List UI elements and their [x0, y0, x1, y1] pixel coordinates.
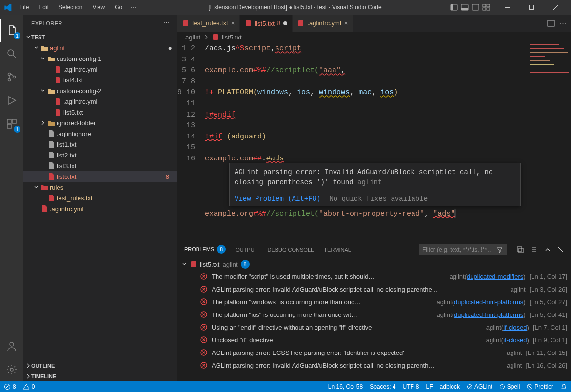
- problem-item[interactable]: Unclosed "if" directiveaglint(if-closed)…: [181, 333, 567, 346]
- extensions-activity[interactable]: 1: [0, 112, 23, 136]
- svg-point-12: [8, 73, 11, 76]
- file-icon: [47, 140, 56, 148]
- problem-item[interactable]: The modifier "script" is used multiple t…: [181, 270, 567, 283]
- layout-grid-icon[interactable]: [482, 3, 490, 11]
- editor-tab[interactable]: list5.txt8: [240, 15, 293, 32]
- tree-row[interactable]: .aglintrc.yml: [23, 64, 177, 75]
- close-button[interactable]: [545, 0, 567, 15]
- status-eol[interactable]: LF: [426, 383, 433, 390]
- minimap[interactable]: [527, 42, 571, 241]
- svg-point-14: [13, 76, 16, 78]
- problem-item[interactable]: AGLint parsing error: Invalid AdGuard/uB…: [181, 359, 567, 372]
- svg-point-18: [10, 342, 14, 346]
- view-as-tree-icon[interactable]: [530, 246, 538, 254]
- timeline-section[interactable]: TIMELINE: [23, 371, 177, 381]
- text-editor[interactable]: 1 2 3 4 5 6 7 8 9 10 11 12 13 14 15 16 /…: [177, 42, 571, 241]
- problems-filter[interactable]: Filter (e.g. text, **/*.ts, !**…: [419, 244, 507, 255]
- split-editor-icon[interactable]: [547, 20, 555, 27]
- problem-item[interactable]: Using an "endif" directive without an op…: [181, 321, 567, 333]
- sidebar-more-icon[interactable]: ⋯: [164, 20, 170, 26]
- tree-row[interactable]: .aglintrc.yml: [23, 203, 177, 214]
- problem-item[interactable]: The platform "ios" is occurring more tha…: [181, 308, 567, 321]
- minimize-button[interactable]: [496, 0, 518, 15]
- tree-row[interactable]: list2.txt: [23, 150, 177, 160]
- scm-activity[interactable]: [0, 65, 23, 89]
- tree-row[interactable]: aglint●: [23, 42, 177, 53]
- menu-go[interactable]: Go: [111, 2, 126, 13]
- problem-item[interactable]: AGLint parsing error: ECSSTree parsing e…: [181, 346, 567, 359]
- close-panel-icon[interactable]: [557, 246, 564, 253]
- tree-row[interactable]: list4.txt: [23, 75, 177, 85]
- tree-label: list4.txt: [63, 77, 177, 84]
- tree-row[interactable]: custom-config-1: [23, 53, 177, 64]
- editor-tabs: test_rules.txt×list5.txt8.aglintrc.yml×⋯: [177, 15, 571, 32]
- maximize-button[interactable]: [520, 0, 543, 15]
- svg-rect-15: [7, 119, 11, 123]
- debug-activity[interactable]: [0, 89, 23, 112]
- tree-row[interactable]: test_rules.txt: [23, 193, 177, 203]
- svg-point-13: [8, 79, 11, 81]
- tree-row[interactable]: list1.txt: [23, 139, 177, 150]
- status-spaces[interactable]: Spaces: 4: [370, 383, 395, 390]
- explorer-activity[interactable]: 1: [0, 19, 23, 42]
- status-errors[interactable]: 8: [4, 383, 16, 390]
- tree-row[interactable]: list5.txt8: [23, 171, 177, 182]
- menu-more[interactable]: ⋯: [126, 2, 140, 13]
- status-encoding[interactable]: UTF-8: [403, 383, 419, 390]
- status-notifications[interactable]: [560, 383, 567, 390]
- status-prettier[interactable]: Prettier: [527, 383, 553, 390]
- tree-row[interactable]: list3.txt: [23, 160, 177, 171]
- tree-row[interactable]: list5.txt: [23, 107, 177, 118]
- menu-edit[interactable]: Edit: [35, 2, 53, 13]
- settings-activity[interactable]: [0, 358, 23, 381]
- folder-root-header[interactable]: TEST: [23, 32, 177, 42]
- menu-selection[interactable]: Selection: [55, 2, 86, 13]
- tree-row[interactable]: custom-config-2: [23, 85, 177, 96]
- debug-console-tab[interactable]: DEBUG CONSOLE: [267, 241, 314, 257]
- view-problem-link[interactable]: View Problem (Alt+F8): [235, 195, 320, 203]
- problem-file-header[interactable]: list5.txt aglint 8: [181, 258, 567, 270]
- problem-item[interactable]: The platform "windows" is occurring more…: [181, 295, 567, 308]
- close-tab-icon[interactable]: ×: [231, 20, 235, 27]
- terminal-tab[interactable]: TERMINAL: [324, 241, 351, 257]
- breadcrumb[interactable]: aglint list5.txt: [177, 32, 571, 42]
- outline-section[interactable]: OUTLINE: [23, 360, 177, 371]
- status-cursor[interactable]: Ln 16, Col 58: [328, 383, 363, 390]
- status-aglint[interactable]: AGLint: [467, 383, 492, 390]
- code-content[interactable]: /ads.js^$script,script example.com#%#//s…: [205, 42, 571, 241]
- menu-view[interactable]: View: [88, 2, 109, 13]
- tab-more-icon[interactable]: ⋯: [560, 20, 566, 27]
- search-activity[interactable]: [0, 42, 23, 65]
- close-tab-icon[interactable]: ×: [344, 20, 348, 27]
- output-tab[interactable]: OUTPUT: [236, 241, 257, 257]
- collapse-all-icon[interactable]: [516, 246, 524, 254]
- error-icon: [200, 361, 208, 369]
- account-activity[interactable]: [0, 334, 23, 358]
- layout-left-icon[interactable]: [450, 3, 458, 11]
- editor-tab[interactable]: .aglintrc.yml×: [293, 15, 353, 32]
- problems-tab[interactable]: PROBLEMS8: [184, 241, 226, 257]
- panel-tabs: PROBLEMS8 OUTPUT DEBUG CONSOLE TERMINAL …: [177, 241, 571, 257]
- status-spell[interactable]: Spell: [499, 383, 520, 390]
- status-language[interactable]: adblock: [440, 383, 460, 390]
- layout-bottom-icon[interactable]: [461, 3, 469, 11]
- problem-item[interactable]: AGLint parsing error: Invalid AdGuard/uB…: [181, 283, 567, 295]
- file-icon: [212, 34, 219, 40]
- status-warnings[interactable]: 0: [23, 383, 35, 390]
- tree-row[interactable]: rules: [23, 182, 177, 193]
- tree-label: rules: [50, 184, 177, 191]
- status-bar: 8 0 Ln 16, Col 58 Spaces: 4 UTF-8 LF adb…: [0, 381, 571, 392]
- editor-tab[interactable]: test_rules.txt×: [177, 15, 240, 32]
- svg-rect-10: [530, 5, 534, 10]
- tree-row[interactable]: .aglintignore: [23, 128, 177, 139]
- dirty-indicator: ●: [168, 44, 172, 51]
- sidebar-header: EXPLORER ⋯: [23, 15, 177, 32]
- tree-row[interactable]: ignored-folder: [23, 118, 177, 128]
- menu-file[interactable]: File: [16, 2, 33, 13]
- tree-label: aglint: [50, 44, 168, 52]
- filter-icon: [496, 246, 503, 253]
- tree-row[interactable]: .aglintrc.yml: [23, 96, 177, 107]
- chevron-up-icon[interactable]: [544, 246, 551, 254]
- layout-right-icon[interactable]: [472, 3, 479, 11]
- svg-rect-17: [7, 124, 11, 128]
